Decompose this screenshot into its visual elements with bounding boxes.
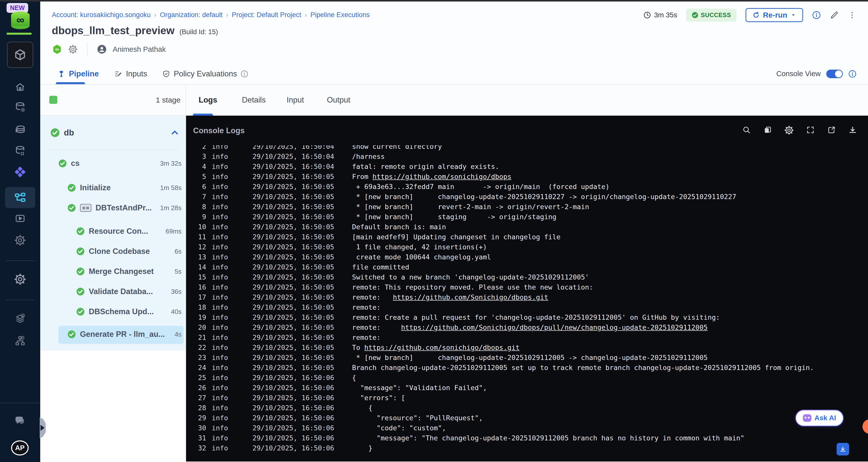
step-row-selected[interactable]: Generate PR - llm_au... 4s <box>67 328 186 340</box>
log-scroll-area[interactable]: 2 info 29/10/2025, 16:50:04 show current… <box>186 145 868 462</box>
tab-output[interactable]: Output <box>327 85 350 115</box>
log-link[interactable]: https://github.com/Sonichigo/dbops.git <box>393 293 549 301</box>
more-options-button[interactable] <box>848 11 857 19</box>
breadcrumb-pipeline-executions[interactable]: Pipeline Executions <box>311 11 370 19</box>
ask-ai-label: Ask AI <box>814 414 836 422</box>
log-line: 32 info 29/10/2025, 16:50:06 } <box>186 443 868 453</box>
nav-org-settings-button[interactable] <box>0 335 40 346</box>
step-row[interactable]: DBSchema Upd... 40s <box>76 306 186 318</box>
purple-diamond-grid-icon <box>14 166 26 177</box>
tab-inputs[interactable]: Inputs <box>115 63 147 84</box>
fullscreen-icon[interactable] <box>806 126 815 134</box>
step-row[interactable]: cs 3m 32s <box>58 157 186 169</box>
log-message: "message": "Validation Failed", <box>352 383 487 393</box>
log-message: "errors": [ <box>352 393 405 403</box>
step-row[interactable]: Resource Con... 69ms <box>76 225 186 237</box>
nav-pipeline-settings-button[interactable] <box>0 235 40 246</box>
log-level: info <box>212 302 234 312</box>
shield-check-icon <box>162 70 170 78</box>
tab-pipeline[interactable]: Pipeline <box>57 63 99 84</box>
sidebar-collapse-handle[interactable] <box>40 417 46 438</box>
page-title: dbops_llm_test_preview <box>52 25 175 37</box>
breadcrumb-account[interactable]: Account: kurosakiichigo.songoku <box>52 11 151 19</box>
build-id: (Build Id: 15) <box>180 28 218 36</box>
layers-gear-icon <box>14 313 26 324</box>
step-row[interactable]: Merge Changeset 5s <box>76 265 186 277</box>
success-check-icon <box>76 267 85 276</box>
main-area: Account: kurosakiichigo.songoku › Organi… <box>40 1 868 462</box>
log-timestamp: 29/10/2025, 16:50:06 <box>252 373 350 383</box>
home-icon <box>15 82 25 93</box>
tab-details[interactable]: Details <box>242 85 266 115</box>
nav-home-button[interactable] <box>0 82 40 93</box>
log-line-number: 32 <box>186 443 206 453</box>
tab-logs[interactable]: Logs <box>199 85 217 115</box>
log-line-number: 8 <box>186 202 206 212</box>
arrow-down-icon <box>840 446 846 453</box>
success-check-icon <box>67 330 76 338</box>
stage-group-db[interactable]: db <box>50 126 186 140</box>
nav-executions-button[interactable] <box>0 213 40 224</box>
search-icon[interactable] <box>742 126 751 134</box>
breadcrumb-separator: › <box>305 11 307 19</box>
duration-text: 3m 35s <box>654 11 677 19</box>
breadcrumb-organization[interactable]: Organization: default <box>160 11 222 19</box>
open-in-new-icon[interactable] <box>827 126 836 134</box>
breadcrumb-project[interactable]: Project: Default Project <box>232 11 301 19</box>
nav-db-instances-button[interactable] <box>0 102 40 112</box>
nav-db-schemas-button[interactable] <box>0 124 40 135</box>
gear-icon[interactable] <box>784 126 794 135</box>
info-icon[interactable] <box>241 70 248 78</box>
gear-icon[interactable] <box>68 45 78 54</box>
help-button[interactable] <box>0 415 40 426</box>
log-link[interactable]: https://github.com/sonichigo/dbops.git <box>364 343 520 352</box>
user-avatar[interactable]: AP <box>11 440 29 456</box>
module-selector-button[interactable] <box>7 42 33 68</box>
ask-ai-button[interactable]: Ask AI <box>795 410 844 426</box>
step-label: Resource Con... <box>89 227 148 236</box>
log-message: remote: https://github.com/Sonichigo/dbo… <box>352 323 708 333</box>
nav-default-settings-button[interactable] <box>0 313 40 324</box>
execution-info-button[interactable] <box>812 11 821 19</box>
log-line-number: 7 <box>186 192 206 202</box>
nav-pipelines-button-active[interactable] <box>5 187 35 208</box>
rerun-button[interactable]: Re-run <box>746 8 803 22</box>
ai-robot-icon <box>803 414 811 422</box>
scroll-to-bottom-button[interactable] <box>837 443 849 456</box>
log-level: info <box>212 272 234 282</box>
log-line: 10 info 29/10/2025, 16:50:05 Default bra… <box>186 222 868 232</box>
nav-db-migrations-button[interactable] <box>0 145 40 156</box>
log-link[interactable]: https://github.com/Sonichigo/dbops/pull/… <box>401 324 708 331</box>
log-line: 11 info 29/10/2025, 16:50:05 [main aedfe… <box>186 232 868 242</box>
log-message: * [new branch] changelog-update-20251029… <box>352 192 736 202</box>
console-view-toggle[interactable] <box>826 70 843 78</box>
log-timestamp: 29/10/2025, 16:50:05 <box>252 342 350 353</box>
download-icon[interactable] <box>848 126 857 134</box>
log-message: create mode 100644 changelog.yaml <box>352 252 491 262</box>
execution-header: Account: kurosakiichigo.songoku › Organi… <box>40 1 868 63</box>
log-message: To https://github.com/sonichigo/dbops.gi… <box>352 342 520 353</box>
copy-icon[interactable] <box>764 126 772 134</box>
edit-pipeline-button[interactable] <box>830 10 839 20</box>
active-tab-underline <box>56 82 85 84</box>
log-level: info <box>212 152 234 162</box>
step-row[interactable]: Initialize 1m 58s <box>67 182 186 194</box>
tab-input[interactable]: Input <box>287 85 304 115</box>
harness-db-devops-logo[interactable]: ∞ <box>11 11 30 29</box>
log-timestamp: 29/10/2025, 16:50:05 <box>252 302 350 312</box>
nav-settings-button[interactable] <box>0 273 40 285</box>
log-timestamp: 29/10/2025, 16:50:05 <box>252 262 350 272</box>
step-row[interactable]: DBTestAndPr... 1m 28s <box>67 202 186 214</box>
log-timestamp: 29/10/2025, 16:50:06 <box>252 443 350 453</box>
log-level: info <box>212 252 234 262</box>
log-level: info <box>212 403 234 413</box>
success-check-icon <box>58 159 67 168</box>
chevron-up-icon[interactable] <box>170 128 179 137</box>
tab-policy-evaluations[interactable]: Policy Evaluations <box>162 63 248 84</box>
nav-modules-colored-button[interactable] <box>0 166 40 177</box>
console-title: Console Logs <box>193 126 245 135</box>
log-link[interactable]: https://github.com/sonichigo/dbops <box>372 173 512 180</box>
step-row[interactable]: Clone Codebase 6s <box>76 245 186 257</box>
info-icon[interactable] <box>848 70 857 78</box>
step-row[interactable]: Validate Databa... 36s <box>76 286 186 298</box>
